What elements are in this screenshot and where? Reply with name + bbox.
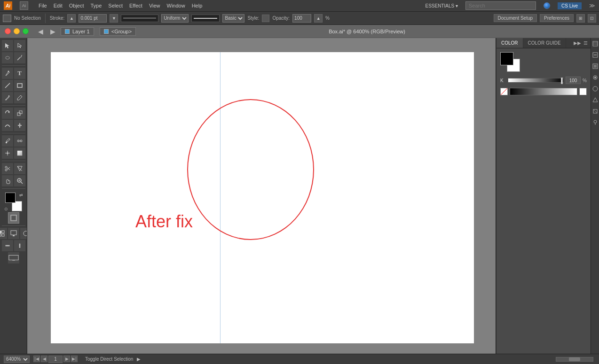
rotate-tool[interactable] xyxy=(2,108,13,119)
cs-live-button[interactable]: CS Live xyxy=(558,2,582,9)
panel-tab-actions: ▶▶ ☰ xyxy=(572,40,591,46)
artboard-scroll[interactable] xyxy=(556,357,593,362)
menu-item-edit[interactable]: Edit xyxy=(51,2,65,9)
stroke-up-btn[interactable]: ▲ xyxy=(67,14,76,23)
svg-point-57 xyxy=(594,120,597,123)
svg-point-37 xyxy=(7,245,8,247)
arrange-icon[interactable]: ⊡ xyxy=(588,14,596,23)
zoom-tool[interactable] xyxy=(14,175,25,186)
more-btn-1[interactable] xyxy=(2,240,13,251)
scale-tool[interactable] xyxy=(14,108,25,119)
gradient-swatch[interactable] xyxy=(510,88,577,95)
tab-color[interactable]: COLOR xyxy=(497,38,523,48)
opacity-up-btn[interactable]: ▲ xyxy=(314,14,323,23)
svg-rect-32 xyxy=(2,234,4,236)
screen-mode-btn[interactable] xyxy=(8,212,19,224)
selection-tool[interactable] xyxy=(2,40,13,51)
display-btn-3[interactable] xyxy=(20,228,28,239)
gradient-tool[interactable] xyxy=(14,147,25,159)
nav-next-btn[interactable]: ▶ xyxy=(63,356,70,362)
k-value-input[interactable] xyxy=(566,77,581,84)
none-swatch[interactable] xyxy=(500,88,508,95)
side-icon-6[interactable] xyxy=(591,96,599,104)
reset-colors-btn[interactable]: ⊙ xyxy=(4,207,8,211)
maximize-button[interactable] xyxy=(23,28,29,34)
toggle-selection-label: Toggle Direct Selection xyxy=(85,356,133,362)
side-icon-1[interactable] xyxy=(591,40,599,47)
monitor-btn[interactable] xyxy=(8,252,19,263)
search-input[interactable] xyxy=(465,1,536,10)
pen-tool[interactable] xyxy=(2,68,13,79)
magic-wand-tool[interactable] xyxy=(14,52,25,63)
tab-color-guide[interactable]: COLOR GUIDE xyxy=(523,38,566,48)
nav-back-btn[interactable]: ◀ xyxy=(36,27,45,36)
foreground-color-swatch[interactable] xyxy=(5,193,16,203)
close-button[interactable] xyxy=(5,28,11,34)
opacity-input[interactable] xyxy=(292,14,311,23)
panel-menu-btn[interactable]: ☰ xyxy=(582,40,589,46)
canvas-area[interactable]: After fix xyxy=(27,38,496,354)
rect-tool[interactable] xyxy=(14,80,25,91)
svg-rect-10 xyxy=(19,111,22,114)
side-icon-2[interactable] xyxy=(591,51,599,59)
direct-selection-tool[interactable] xyxy=(14,40,25,51)
menu-item-help[interactable]: Help xyxy=(189,2,205,9)
blend-tool[interactable] xyxy=(14,135,25,147)
stroke-value-input[interactable] xyxy=(79,14,107,23)
menu-item-object[interactable]: Object xyxy=(66,2,87,9)
swap-colors-btn[interactable]: ⇄ xyxy=(19,193,23,197)
slice-tool[interactable] xyxy=(14,163,25,174)
stroke-type-select[interactable]: Uniform xyxy=(161,14,189,23)
arrow-indicator: ▶ xyxy=(137,356,141,362)
side-icon-5[interactable] xyxy=(591,85,599,93)
nav-prev-btn[interactable]: ◀ xyxy=(41,356,47,362)
display-btn-1[interactable] xyxy=(0,228,7,239)
side-icon-8[interactable] xyxy=(591,119,599,126)
menu-item-window[interactable]: Window xyxy=(164,2,188,9)
panel-collapse-btn[interactable]: ≫ xyxy=(589,2,595,9)
pencil-tool[interactable] xyxy=(14,92,25,103)
eyedropper-tool[interactable] xyxy=(2,135,13,147)
tool-row-rotate xyxy=(2,108,25,119)
warp-tool[interactable] xyxy=(2,120,13,131)
panel-expand-btn[interactable]: ▶▶ xyxy=(574,40,581,46)
minimize-button[interactable] xyxy=(14,28,20,34)
menu-item-view[interactable]: View xyxy=(146,2,163,9)
svg-point-40 xyxy=(19,245,20,247)
svg-rect-12 xyxy=(6,142,7,143)
paintbrush-tool[interactable] xyxy=(2,92,13,103)
mesh-tool[interactable] xyxy=(2,147,13,159)
type-tool[interactable]: T xyxy=(14,68,25,79)
zoom-control: 6400% 3200% 1600% 800% 400% 200% 100% xyxy=(4,356,30,363)
stroke-style-select[interactable]: Basic xyxy=(222,14,244,23)
nav-first-btn[interactable]: |◀ xyxy=(33,356,40,362)
page-number-input[interactable] xyxy=(48,356,63,363)
menu-item-effect[interactable]: Effect xyxy=(126,2,145,9)
hand-tool[interactable] xyxy=(2,175,13,186)
line-tool[interactable] xyxy=(2,80,13,91)
menu-item-select[interactable]: Select xyxy=(105,2,126,9)
style-selector[interactable] xyxy=(262,15,269,22)
nav-forward-btn[interactable]: ▶ xyxy=(48,27,57,36)
more-btn-2[interactable] xyxy=(14,240,25,251)
stroke-down-btn[interactable]: ▼ xyxy=(110,14,118,23)
side-icon-7[interactable] xyxy=(591,108,599,115)
side-icon-3[interactable] xyxy=(591,62,599,70)
tools-icon[interactable]: ⊞ xyxy=(576,14,585,23)
fg-swatch[interactable] xyxy=(500,52,513,65)
menu-item-type[interactable]: Type xyxy=(88,2,105,9)
lasso-tool[interactable] xyxy=(2,52,13,63)
width-tool[interactable] xyxy=(14,120,25,131)
side-icon-4[interactable] xyxy=(591,74,599,81)
nav-last-btn[interactable]: ▶| xyxy=(71,356,78,362)
essentials-label[interactable]: ESSENTIALS ▾ xyxy=(426,3,458,8)
preferences-button[interactable]: Preferences xyxy=(540,14,574,22)
display-btn-2[interactable] xyxy=(8,228,19,239)
stroke-label: Stroke: xyxy=(50,15,65,21)
zoom-select[interactable]: 6400% 3200% 1600% 800% 400% 200% 100% xyxy=(4,356,30,363)
scissors-tool[interactable] xyxy=(2,163,13,174)
canvas-circle xyxy=(187,99,314,240)
k-slider[interactable] xyxy=(508,78,564,83)
menu-item-file[interactable]: File xyxy=(36,2,50,9)
document-setup-button[interactable]: Document Setup xyxy=(494,14,537,22)
